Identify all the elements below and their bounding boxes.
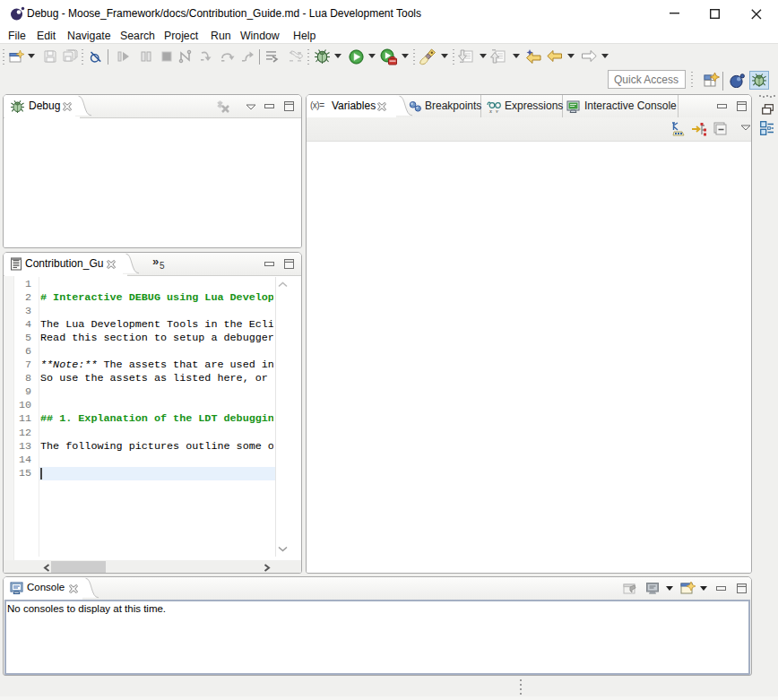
- svg-text:x: x: [488, 108, 492, 114]
- svg-text:y: y: [495, 108, 498, 113]
